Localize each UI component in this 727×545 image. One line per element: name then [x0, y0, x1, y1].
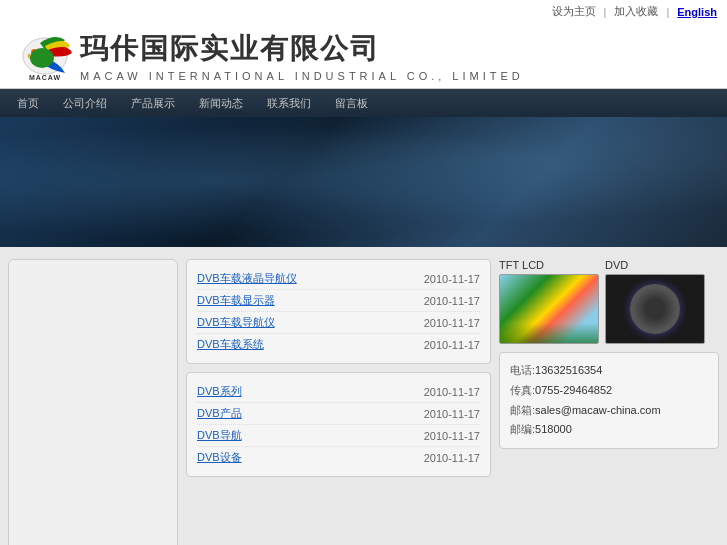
svg-point-4 — [30, 48, 54, 68]
news-row: DVB车载液晶导航仪 2010-11-17 — [197, 268, 480, 290]
tft-label: TFT LCD — [499, 259, 544, 271]
dvd-disc — [630, 284, 680, 334]
left-panel — [8, 259, 178, 545]
dvd-product: DVD — [605, 259, 705, 344]
nav-item-message[interactable]: 留言板 — [323, 89, 380, 117]
contact-fax-row: 传真: 0755-29464852 — [510, 381, 708, 401]
separator-2: | — [666, 6, 669, 18]
nav-item-products[interactable]: 产品展示 — [119, 89, 187, 117]
news-row: DVB导航 2010-11-17 — [197, 425, 480, 447]
email-label: 邮箱: — [510, 401, 535, 421]
nav-item-about[interactable]: 公司介绍 — [51, 89, 119, 117]
center-panel: DVB车载液晶导航仪 2010-11-17 DVB车载显示器 2010-11-1… — [186, 259, 491, 545]
company-logo: MACAW — [10, 28, 80, 83]
banner-inner — [0, 117, 727, 247]
language-link[interactable]: English — [677, 6, 717, 18]
company-name-block: 玛佧国际实业有限公司 MACAW INTERNATIONAL INDUSTRIA… — [80, 30, 524, 82]
news-row: DVB车载导航仪 2010-11-17 — [197, 312, 480, 334]
nav-item-contact[interactable]: 联系我们 — [255, 89, 323, 117]
news-row: DVB系列 2010-11-17 — [197, 381, 480, 403]
news-link-2-4[interactable]: DVB设备 — [197, 450, 242, 465]
fax-value: 0755-29464852 — [535, 381, 612, 401]
news-link-1-1[interactable]: DVB车载液晶导航仪 — [197, 271, 297, 286]
separator-1: | — [604, 6, 607, 18]
banner — [0, 117, 727, 247]
fax-label: 传真: — [510, 381, 535, 401]
news-block-2: DVB系列 2010-11-17 DVB产品 2010-11-17 DVB导航 … — [186, 372, 491, 477]
news-date-1-4: 2010-11-17 — [424, 339, 480, 351]
news-link-1-3[interactable]: DVB车载导航仪 — [197, 315, 275, 330]
news-link-2-1[interactable]: DVB系列 — [197, 384, 242, 399]
news-row: DVB产品 2010-11-17 — [197, 403, 480, 425]
header: 设为主页 | 加入收藏 | English MACAW 玛佧国际实业 — [0, 0, 727, 89]
news-date-2-1: 2010-11-17 — [424, 386, 480, 398]
set-home-link[interactable]: 设为主页 — [552, 4, 596, 19]
news-row: DVB车载显示器 2010-11-17 — [197, 290, 480, 312]
contact-zip-row: 邮编: 518000 — [510, 420, 708, 440]
zip-value: 518000 — [535, 420, 572, 440]
contact-phone-row: 电话: 13632516354 — [510, 361, 708, 381]
news-date-2-2: 2010-11-17 — [424, 408, 480, 420]
main-content: DVB车载液晶导航仪 2010-11-17 DVB车载显示器 2010-11-1… — [0, 247, 727, 545]
contact-email-row: 邮箱: sales@macaw-china.com — [510, 401, 708, 421]
news-date-1-3: 2010-11-17 — [424, 317, 480, 329]
news-row: DVB设备 2010-11-17 — [197, 447, 480, 468]
news-date-2-3: 2010-11-17 — [424, 430, 480, 442]
add-favorite-link[interactable]: 加入收藏 — [614, 4, 658, 19]
nav-item-news[interactable]: 新闻动态 — [187, 89, 255, 117]
dvd-image[interactable] — [605, 274, 705, 344]
news-date-2-4: 2010-11-17 — [424, 452, 480, 464]
zip-label: 邮编: — [510, 420, 535, 440]
company-english-name: MACAW INTERNATIONAL INDUSTRIAL CO., LIMI… — [80, 70, 524, 82]
news-date-1-1: 2010-11-17 — [424, 273, 480, 285]
phone-value: 13632516354 — [535, 361, 602, 381]
top-bar: 设为主页 | 加入收藏 | English — [0, 0, 727, 23]
navigation: 首页 公司介绍 产品展示 新闻动态 联系我们 留言板 — [0, 89, 727, 117]
nav-item-home[interactable]: 首页 — [5, 89, 51, 117]
news-link-2-2[interactable]: DVB产品 — [197, 406, 242, 421]
tft-lcd-product: TFT LCD — [499, 259, 599, 344]
contact-block: 电话: 13632516354 传真: 0755-29464852 邮箱: sa… — [499, 352, 719, 449]
tft-image[interactable] — [499, 274, 599, 344]
news-block-1: DVB车载液晶导航仪 2010-11-17 DVB车载显示器 2010-11-1… — [186, 259, 491, 364]
right-panel: TFT LCD DVD 电话: 13632516354 传真: 0755-294… — [499, 259, 719, 545]
news-date-1-2: 2010-11-17 — [424, 295, 480, 307]
company-chinese-name: 玛佧国际实业有限公司 — [80, 30, 524, 68]
product-images: TFT LCD DVD — [499, 259, 719, 344]
dvd-label: DVD — [605, 259, 628, 271]
email-value: sales@macaw-china.com — [535, 401, 661, 421]
news-link-1-2[interactable]: DVB车载显示器 — [197, 293, 275, 308]
phone-label: 电话: — [510, 361, 535, 381]
news-link-2-3[interactable]: DVB导航 — [197, 428, 242, 443]
news-row: DVB车载系统 2010-11-17 — [197, 334, 480, 355]
svg-text:MACAW: MACAW — [29, 74, 61, 81]
logo-area: MACAW 玛佧国际实业有限公司 MACAW INTERNATIONAL IND… — [0, 23, 727, 88]
news-link-1-4[interactable]: DVB车载系统 — [197, 337, 264, 352]
